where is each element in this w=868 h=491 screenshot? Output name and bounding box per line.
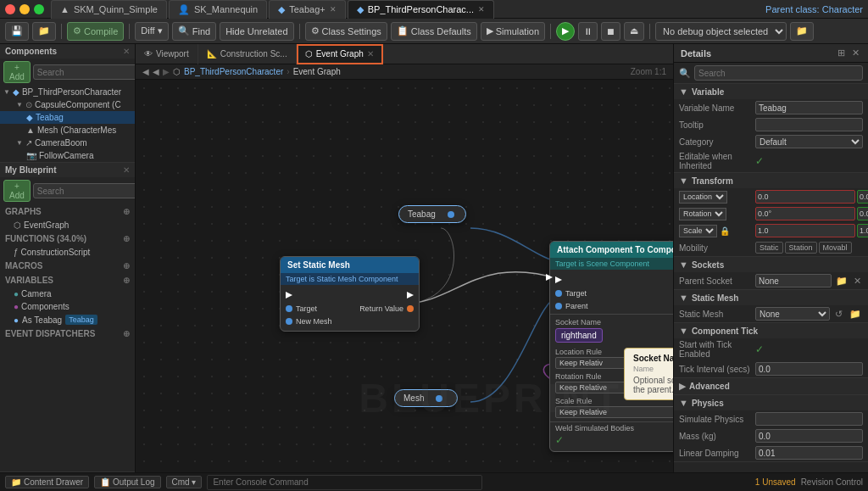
tree-item-mesh[interactable]: ▲ Mesh (CharacterMes bbox=[0, 124, 135, 137]
event-dispatchers-gear-icon[interactable]: ⊕ bbox=[123, 329, 130, 338]
event-dispatchers-section-label[interactable]: EVENT DISPATCHERS ⊕ bbox=[0, 326, 135, 341]
macros-section-label[interactable]: MACROS ⊕ bbox=[0, 259, 135, 273]
simulate-physics-input[interactable] bbox=[755, 412, 863, 426]
weld-bodies-checkbox[interactable]: ✓ bbox=[555, 434, 673, 446]
tab-construction-script[interactable]: 📐 Construction Sc... bbox=[198, 44, 297, 64]
event-graph-tab-close-icon[interactable]: ✕ bbox=[367, 49, 374, 59]
graphs-gear-icon[interactable]: ⊕ bbox=[123, 207, 130, 216]
location-mode-select[interactable]: Location bbox=[679, 191, 727, 204]
cmd-button[interactable]: Cmd ▾ bbox=[166, 476, 203, 488]
parent-socket-browse-icon[interactable]: 📁 bbox=[834, 276, 849, 287]
graphs-section-label[interactable]: GRAPHS ⊕ bbox=[0, 204, 135, 219]
find-button[interactable]: 🔍 Find bbox=[172, 22, 216, 41]
components-search-input[interactable] bbox=[33, 64, 136, 80]
parent-socket-clear-icon[interactable]: ✕ bbox=[852, 276, 863, 287]
component-tick-section-header[interactable]: ▼ Component Tick bbox=[674, 323, 868, 338]
location-y-input[interactable] bbox=[857, 190, 868, 204]
static-mesh-refresh-icon[interactable]: ↺ bbox=[833, 309, 844, 320]
pause-button[interactable]: ⏸ bbox=[578, 22, 598, 41]
static-mesh-section-header[interactable]: ▼ Static Mesh bbox=[674, 290, 868, 305]
output-log-button[interactable]: 📋 Output Log bbox=[94, 476, 160, 488]
details-grid-icon[interactable]: ⊞ bbox=[836, 47, 847, 59]
attach-component-node[interactable]: Attach Component To Component Target is … bbox=[549, 241, 673, 452]
scale-x-input[interactable] bbox=[755, 224, 855, 237]
physics-section-header[interactable]: ▼ Physics bbox=[674, 395, 868, 410]
variables-section-label[interactable]: VARIABLES ⊕ bbox=[0, 273, 135, 287]
mass-input[interactable] bbox=[755, 429, 863, 443]
tab-event-graph[interactable]: ⬡ Event Graph ✕ bbox=[297, 44, 383, 64]
simulation-button[interactable]: ▶ Simulation bbox=[481, 22, 545, 41]
scale-mode-select[interactable]: Scale bbox=[679, 225, 717, 237]
variables-gear-icon[interactable]: ⊕ bbox=[123, 276, 130, 285]
diff-button[interactable]: Diff ▾ bbox=[135, 22, 168, 41]
static-mesh-select[interactable]: None bbox=[755, 307, 830, 321]
advanced-section-header[interactable]: ▶ Advanced bbox=[674, 378, 868, 394]
debug-icon-button[interactable]: 📁 bbox=[790, 22, 814, 41]
tree-item-eventgraph[interactable]: ⬡ EventGraph bbox=[0, 219, 135, 232]
content-drawer-button[interactable]: 📁 Content Drawer bbox=[5, 476, 89, 488]
class-settings-button[interactable]: ⚙ Class Settings bbox=[305, 22, 387, 41]
tree-item-asteabag-var[interactable]: ● As Teabag Teabag bbox=[0, 313, 135, 326]
scale-rule-select[interactable]: Keep Relative▾ bbox=[555, 406, 673, 418]
teabag-node[interactable]: Teabag bbox=[398, 205, 466, 223]
location-x-input[interactable] bbox=[755, 190, 855, 204]
minimize-button[interactable] bbox=[19, 4, 30, 14]
scale-y-input[interactable] bbox=[857, 224, 868, 237]
breadcrumb-root[interactable]: BP_ThirdPersonCharacter bbox=[184, 67, 283, 76]
functions-section-label[interactable]: FUNCTIONS (34.0%) ⊕ bbox=[0, 232, 135, 246]
static-mesh-browse-icon[interactable]: 📁 bbox=[848, 309, 863, 320]
variable-name-input[interactable] bbox=[755, 101, 863, 114]
components-add-button[interactable]: + Add bbox=[3, 61, 31, 83]
tab-close-icon[interactable]: ✕ bbox=[330, 5, 337, 14]
tree-item-components-var[interactable]: ● Components bbox=[0, 300, 135, 313]
mesh-node[interactable]: Mesh bbox=[394, 389, 458, 407]
save-button[interactable]: 💾 bbox=[5, 22, 29, 41]
editable-check-icon[interactable]: ✓ bbox=[755, 155, 764, 167]
tab-sk-mannequin[interactable]: 👤 SK_Mannequin bbox=[169, 0, 267, 19]
macros-gear-icon[interactable]: ⊕ bbox=[123, 261, 130, 271]
rotation-y-input[interactable] bbox=[857, 207, 868, 220]
breadcrumb-forward-icon[interactable]: ▶ bbox=[163, 67, 170, 76]
my-blueprint-close-icon[interactable]: ✕ bbox=[123, 165, 130, 175]
breadcrumb-back-icon[interactable]: ◀ bbox=[153, 67, 159, 76]
tab-teabag[interactable]: ◆ Teabag+ ✕ bbox=[269, 0, 346, 19]
eject-button[interactable]: ⏏ bbox=[624, 22, 644, 41]
scale-lock-icon[interactable]: 🔒 bbox=[720, 226, 730, 236]
details-search-input[interactable] bbox=[694, 65, 863, 81]
console-input[interactable] bbox=[207, 475, 481, 490]
class-defaults-button[interactable]: 📋 Class Defaults bbox=[391, 22, 477, 41]
my-blueprint-header[interactable]: My Blueprint ✕ bbox=[0, 163, 135, 177]
socket-name-value[interactable]: righthand bbox=[555, 328, 603, 343]
tab-skm-quinn[interactable]: ▲ SKM_Quinn_Simple bbox=[51, 0, 167, 19]
maximize-button[interactable] bbox=[34, 4, 44, 14]
tree-item-capsule[interactable]: ▼ ⊙ CapsuleComponent (C bbox=[0, 98, 135, 111]
rotation-mode-select[interactable]: Rotation bbox=[679, 208, 726, 220]
tree-item-cameraboom[interactable]: ▼ ↗ CameraBoom bbox=[0, 137, 135, 149]
details-close-icon[interactable]: ✕ bbox=[850, 47, 861, 59]
tick-interval-input[interactable] bbox=[755, 362, 863, 376]
tab-viewport[interactable]: 👁 Viewport bbox=[136, 44, 198, 64]
tab-close-active-icon[interactable]: ✕ bbox=[478, 5, 485, 14]
play-button[interactable]: ▶ bbox=[556, 22, 575, 41]
blueprint-canvas[interactable]: Teabag Mesh Set Static Mesh Target is St… bbox=[136, 80, 673, 472]
browse-button[interactable]: 📁 bbox=[32, 22, 56, 41]
tree-item-constructionscript[interactable]: ƒ ConstructionScript bbox=[0, 246, 135, 259]
tree-item-teabag[interactable]: ◆ Teabag bbox=[0, 111, 135, 124]
hide-unrelated-button[interactable]: Hide Unrelated bbox=[220, 22, 293, 41]
tree-item-bpthirdperson[interactable]: ▼ ◆ BP_ThirdPersonCharacter bbox=[0, 86, 135, 98]
rotation-x-input[interactable] bbox=[755, 207, 855, 220]
close-button[interactable] bbox=[5, 4, 15, 14]
tree-item-camera-var[interactable]: ● Camera bbox=[0, 287, 135, 300]
my-blueprint-search-input[interactable] bbox=[33, 183, 135, 198]
mobility-movable[interactable]: Movabl bbox=[819, 242, 852, 254]
my-blueprint-add-button[interactable]: + Add bbox=[3, 180, 31, 202]
transform-section-header[interactable]: ▼ Transform bbox=[674, 173, 868, 188]
linear-damping-input[interactable] bbox=[755, 446, 863, 460]
functions-gear-icon[interactable]: ⊕ bbox=[123, 234, 130, 243]
parent-socket-input[interactable] bbox=[755, 274, 832, 287]
components-close-icon[interactable]: ✕ bbox=[123, 47, 130, 56]
start-tick-check-icon[interactable]: ✓ bbox=[755, 343, 764, 355]
debug-object-select[interactable]: No debug object selected bbox=[655, 22, 787, 41]
tree-item-followcamera[interactable]: 📷 FollowCamera bbox=[0, 149, 135, 162]
stop-button[interactable]: ⏹ bbox=[601, 22, 620, 41]
